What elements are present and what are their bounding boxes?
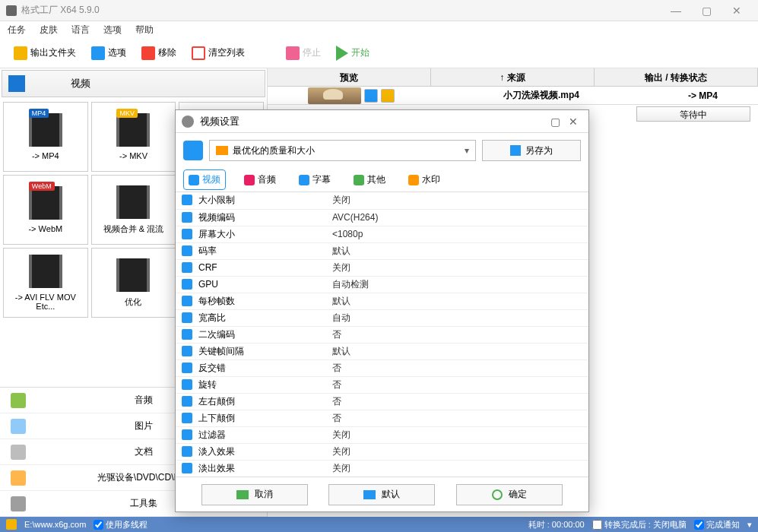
menu-skin[interactable]: 皮肤 <box>40 24 58 36</box>
tile-icon <box>116 185 150 219</box>
setting-row[interactable]: 大小限制关闭 <box>176 192 588 209</box>
cancel-button[interactable]: 取消 <box>201 484 308 505</box>
setting-row[interactable]: 视频编码AVC(H264) <box>176 209 588 226</box>
setting-value[interactable]: <1080p <box>328 226 588 242</box>
dialog-tab[interactable]: 其他 <box>349 170 390 189</box>
setting-row[interactable]: 过滤器关闭 <box>176 426 588 443</box>
minimize-icon[interactable]: — <box>661 5 691 17</box>
setting-row[interactable]: 二次编码否 <box>176 326 588 343</box>
setting-icon <box>182 413 192 423</box>
setting-row[interactable]: 宽高比自动 <box>176 309 588 326</box>
open-folder-button[interactable] <box>381 89 395 103</box>
window-title: 格式工厂 X64 5.9.0 <box>21 4 661 17</box>
setting-value[interactable]: 默认 <box>328 293 588 309</box>
format-tile[interactable]: 视频合并 & 混流 <box>91 175 176 245</box>
setting-value[interactable]: 默认 <box>328 242 588 259</box>
play-icon <box>336 46 348 61</box>
task-row[interactable]: 小刀洗澡视频.mp4 -> MP4 <box>268 87 758 105</box>
after-convert-toggle[interactable]: 转换完成后 : 关闭电脑 <box>592 519 687 530</box>
options-button[interactable]: 选项 <box>85 43 132 63</box>
dialog-tab[interactable]: 视频 <box>183 169 226 190</box>
col-source[interactable]: ↑ 来源 <box>431 68 595 86</box>
setting-value[interactable]: 否 <box>328 376 588 393</box>
close-icon[interactable]: ✕ <box>722 5 752 17</box>
dialog-tab[interactable]: 字幕 <box>294 170 335 189</box>
setting-row[interactable]: GPU自动检测 <box>176 276 588 293</box>
dialog-maximize-icon[interactable]: ▢ <box>546 116 564 128</box>
category-icon <box>11 445 26 460</box>
folder-mini-icon[interactable] <box>6 519 17 530</box>
info-button[interactable] <box>364 89 378 103</box>
category-icon <box>11 496 26 511</box>
ok-button[interactable]: 确定 <box>456 484 563 505</box>
output-path[interactable]: E:\www.x6g.com <box>24 520 86 529</box>
remove-button[interactable]: 移除 <box>135 43 182 63</box>
setting-value[interactable]: 默认 <box>328 343 588 359</box>
format-tile[interactable]: MP4-> MP4 <box>3 102 88 172</box>
menu-options[interactable]: 选项 <box>103 24 122 36</box>
check-icon <box>492 489 503 500</box>
setting-value[interactable]: AVC(H264) <box>328 209 588 226</box>
setting-icon <box>182 463 192 473</box>
setting-row[interactable]: 旋转否 <box>176 376 588 393</box>
dialog-tab[interactable]: 音频 <box>239 170 281 189</box>
setting-row[interactable]: 码率默认 <box>176 242 588 259</box>
setting-value[interactable]: 自动检测 <box>328 276 588 293</box>
output-folder-button[interactable]: 输出文件夹 <box>8 43 82 63</box>
setting-row[interactable]: 屏幕大小<1080p <box>176 226 588 242</box>
setting-value[interactable]: 关闭 <box>328 259 588 276</box>
setting-value[interactable]: 否 <box>328 410 588 426</box>
tab-label: 音频 <box>258 173 276 186</box>
setting-icon <box>182 429 192 440</box>
done-notify-toggle[interactable]: 完成通知 <box>694 519 740 530</box>
save-icon <box>510 145 521 156</box>
setting-value[interactable]: 否 <box>328 326 588 343</box>
menu-lang[interactable]: 语言 <box>71 24 90 36</box>
dialog-close-icon[interactable]: ✕ <box>564 116 582 128</box>
start-button[interactable]: 开始 <box>330 43 376 64</box>
setting-icon <box>182 312 192 323</box>
setting-row[interactable]: 关键帧间隔默认 <box>176 343 588 359</box>
elapsed-time: 耗时 : 00:00:00 <box>528 519 585 530</box>
setting-row[interactable]: CRF关闭 <box>176 259 588 276</box>
format-tile[interactable]: MKV-> MKV <box>91 102 176 172</box>
multithread-toggle[interactable]: 使用多线程 <box>94 519 147 530</box>
tab-icon <box>354 175 364 185</box>
setting-key: 屏幕大小 <box>198 229 235 239</box>
menu-task[interactable]: 任务 <box>8 24 26 36</box>
clear-list-button[interactable]: 清空列表 <box>186 43 251 63</box>
save-as-button[interactable]: 另存为 <box>482 140 581 161</box>
setting-row[interactable]: 反交错否 <box>176 359 588 376</box>
setting-value[interactable]: 自动 <box>328 309 588 326</box>
menu-help[interactable]: 帮助 <box>135 24 154 36</box>
dialog-tab[interactable]: 水印 <box>404 170 445 189</box>
tab-label: 水印 <box>422 173 440 186</box>
setting-key: 大小限制 <box>198 195 235 205</box>
setting-key: 宽高比 <box>198 312 226 323</box>
maximize-icon[interactable]: ▢ <box>691 5 722 17</box>
setting-key: 上下颠倒 <box>198 413 235 423</box>
setting-value[interactable]: 关闭 <box>328 426 588 443</box>
preset-label: 最优化的质量和大小 <box>233 144 315 157</box>
setting-row[interactable]: 淡入效果关闭 <box>176 443 588 460</box>
setting-value[interactable]: 否 <box>328 359 588 376</box>
format-tile[interactable]: 优化 <box>91 248 176 318</box>
setting-row[interactable]: 每秒帧数默认 <box>176 293 588 309</box>
setting-value[interactable]: 否 <box>328 393 588 410</box>
format-badge: MKV <box>116 109 138 118</box>
setting-row[interactable]: 上下颠倒否 <box>176 410 588 426</box>
dropdown-icon[interactable]: ▾ <box>747 520 752 530</box>
setting-row[interactable]: 左右颠倒否 <box>176 393 588 410</box>
setting-value[interactable]: 关闭 <box>328 460 588 477</box>
preset-select[interactable]: 最优化的质量和大小 ▾ <box>209 140 476 161</box>
setting-key: CRF <box>198 262 217 273</box>
setting-value[interactable]: 关闭 <box>328 192 588 209</box>
category-header-video[interactable]: 视频 <box>2 70 265 97</box>
format-tile[interactable]: WebM-> WebM <box>3 175 88 245</box>
setting-value[interactable]: 关闭 <box>328 443 588 460</box>
default-button[interactable]: 默认 <box>328 484 435 505</box>
setting-key: 二次编码 <box>198 329 235 340</box>
format-tile[interactable]: -> AVI FLV MOV Etc... <box>3 248 88 318</box>
stop-button[interactable]: 停止 <box>280 43 327 63</box>
setting-row[interactable]: 淡出效果关闭 <box>176 460 588 477</box>
